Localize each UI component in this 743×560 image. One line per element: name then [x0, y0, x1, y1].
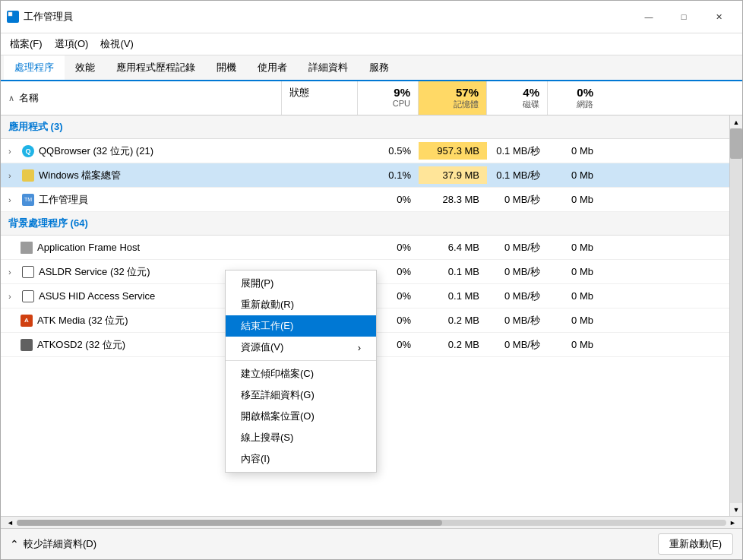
scroll-track[interactable] [730, 128, 742, 503]
collapse-button[interactable]: ⌃ 較少詳細資料(D) [10, 537, 96, 551]
close-button[interactable]: ✕ [701, 5, 736, 28]
tab-processes[interactable]: 處理程序 [4, 55, 65, 81]
cpu-label: CPU [393, 99, 410, 108]
tab-details[interactable]: 詳細資料 [298, 55, 359, 81]
col-name-label: 名稱 [19, 91, 39, 105]
ctx-open-location[interactable]: 開啟檔案位置(O) [226, 406, 376, 427]
mem-pct: 57% [456, 86, 479, 99]
menu-options[interactable]: 選項(O) [49, 35, 95, 53]
col-disk-header[interactable]: 4% 磁碟 [487, 81, 548, 115]
row-mem: 0.1 MB [419, 287, 487, 305]
table-row[interactable]: Application Frame Host 0% 6.4 MB 0 MB/秒 … [1, 236, 742, 260]
context-menu: 展開(P) 重新啟動(R) 結束工作(E) 資源值(V) › 建立傾印檔案(C)… [225, 270, 377, 473]
table-row[interactable]: › TM 工作管理員 0% 28.3 MB 0 MB/秒 0 Mb [1, 188, 742, 212]
ctx-dump[interactable]: 建立傾印檔案(C) [226, 363, 376, 384]
cpu-pct: 9% [394, 86, 410, 99]
section-bg: 背景處理程序 (64) [1, 212, 742, 236]
ctx-end-task[interactable]: 結束工作(E) [226, 315, 376, 337]
tab-performance[interactable]: 效能 [65, 55, 106, 81]
ctx-resource[interactable]: 資源值(V) › [226, 337, 376, 358]
ctx-restart[interactable]: 重新啟動(R) [226, 294, 376, 315]
row-net: 0 Mb [548, 287, 601, 305]
ctx-expand[interactable]: 展開(P) [226, 273, 376, 294]
tab-users[interactable]: 使用者 [247, 55, 298, 81]
sort-arrow-icon: ∧ [8, 93, 14, 103]
process-name: Application Frame Host [1, 239, 282, 257]
minimize-button[interactable]: — [631, 5, 666, 28]
row-net: 0 Mb [548, 191, 601, 208]
tab-startup[interactable]: 開機 [206, 55, 247, 81]
net-pct: 0% [577, 86, 593, 99]
row-net: 0 Mb [548, 312, 601, 329]
menu-view[interactable]: 檢視(V) [94, 35, 139, 53]
window-title: 工作管理員 [24, 10, 631, 24]
row-mem: 0.2 MB [419, 312, 487, 329]
row-disk: 0.1 MB/秒 [487, 141, 548, 161]
ctx-search[interactable]: 線上搜尋(S) [226, 427, 376, 448]
mem-label: 記憶體 [454, 99, 479, 110]
row-mem: 37.9 MB [419, 166, 487, 184]
row-mem: 0.2 MB [419, 336, 487, 353]
menu-bar: 檔案(F) 選項(O) 檢視(V) [1, 33, 742, 55]
asus-icon [22, 290, 34, 302]
scroll-down-button[interactable]: ▼ [730, 503, 742, 516]
ctx-properties[interactable]: 內容(I) [226, 448, 376, 470]
app-icon [7, 11, 19, 23]
vertical-scrollbar[interactable]: ▲ ▼ [729, 115, 742, 516]
row-disk: 0 MB/秒 [487, 286, 548, 306]
expand-icon[interactable]: › [8, 147, 17, 156]
restart-button[interactable]: 重新啟動(E) [658, 533, 733, 555]
footer: ⌃ 較少詳細資料(D) 重新啟動(E) [1, 528, 742, 559]
scroll-thumb[interactable] [730, 128, 742, 159]
net-label: 網路 [577, 99, 593, 110]
menu-file[interactable]: 檔案(F) [4, 35, 49, 53]
row-mem: 6.4 MB [419, 239, 487, 256]
expand-icon[interactable]: › [8, 171, 17, 180]
row-cpu: 0.1% [358, 166, 419, 184]
row-disk: 0 MB/秒 [487, 238, 548, 258]
col-cpu-header[interactable]: 9% CPU [358, 81, 419, 115]
row-disk: 0 MB/秒 [487, 190, 548, 210]
table-row[interactable]: › Windows 檔案總管 0.1% 37.9 MB 0.1 MB/秒 0 M… [1, 163, 742, 188]
table-row[interactable]: › Q QQBrowser (32 位元) (21) 0.5% 957.3 MB… [1, 139, 742, 163]
table-header: ∧ 名稱 狀態 9% CPU 57% 記憶體 4% [1, 81, 742, 115]
row-status [282, 197, 358, 203]
process-name: › TM 工作管理員 [1, 190, 282, 210]
row-net: 0 Mb [548, 263, 601, 280]
hscroll-track[interactable] [17, 520, 726, 526]
expand-icon[interactable]: › [8, 292, 17, 301]
scroll-right-button[interactable]: ► [726, 519, 739, 527]
row-mem: 0.1 MB [419, 263, 487, 280]
ctx-details[interactable]: 移至詳細資料(G) [226, 384, 376, 406]
tab-services[interactable]: 服務 [359, 55, 400, 81]
svg-rect-3 [14, 17, 17, 21]
col-net-header[interactable]: 0% 網路 [548, 81, 601, 115]
row-status [282, 172, 358, 179]
scroll-left-button[interactable]: ◄ [4, 519, 17, 527]
row-mem: 28.3 MB [419, 191, 487, 208]
expand-icon[interactable]: › [8, 195, 17, 204]
row-net: 0 Mb [548, 166, 601, 184]
disk-pct: 4% [523, 86, 539, 99]
atkosd-icon [21, 339, 33, 351]
col-status-header[interactable]: 狀態 [282, 81, 358, 115]
hscroll-thumb[interactable] [17, 520, 442, 526]
scroll-up-button[interactable]: ▲ [730, 115, 742, 128]
folder-icon [22, 169, 34, 182]
section-apps: 應用程式 (3) [1, 115, 742, 139]
row-disk: 0 MB/秒 [487, 311, 548, 331]
content-area: ∧ 名稱 狀態 9% CPU 57% 記憶體 4% [1, 81, 742, 528]
maximize-button[interactable]: □ [666, 5, 701, 28]
disk-label: 磁碟 [523, 99, 539, 110]
tab-app-history[interactable]: 應用程式歷程記錄 [106, 55, 206, 81]
atk-icon: A [21, 315, 33, 327]
col-mem-header[interactable]: 57% 記憶體 [419, 81, 487, 115]
task-manager-window: 工作管理員 — □ ✕ 檔案(F) 選項(O) 檢視(V) 處理程序 效能 應用… [0, 0, 743, 560]
row-net: 0 Mb [548, 142, 601, 160]
expand-icon[interactable]: › [8, 267, 17, 277]
horizontal-scrollbar[interactable]: ◄ ► [1, 516, 742, 528]
col-name-header[interactable]: ∧ 名稱 [1, 81, 282, 115]
svg-rect-0 [8, 12, 12, 16]
app-icon [21, 242, 33, 254]
row-cpu: 0.5% [358, 142, 419, 160]
